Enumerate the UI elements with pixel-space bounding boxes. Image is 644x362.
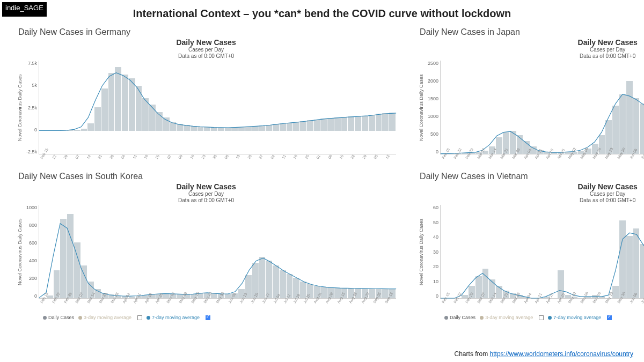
chart-legend: Daily Cases3-day moving average7-day mov… xyxy=(43,315,396,320)
chart-subtitle: Cases per Day xyxy=(418,47,644,53)
y-axis-label: Novel Coronavirus Daily Cases xyxy=(16,61,24,154)
plot xyxy=(39,61,396,154)
country-heading: Daily New Cases in Japan xyxy=(420,27,644,37)
chart-cell-south-korea: Daily New Cases in South KoreaDaily New … xyxy=(16,172,396,320)
plot xyxy=(440,61,644,154)
line-7day-avg xyxy=(39,61,396,154)
source-link[interactable]: https://www.worldometers.info/coronaviru… xyxy=(490,350,633,358)
chart-plot-area: Novel Coronavirus Daily Cases60504030201… xyxy=(418,205,644,299)
chart-subtitle: Data as of 0:00 GMT+0 xyxy=(16,197,396,204)
legend-3day: 3-day moving average xyxy=(480,315,533,320)
y-ticks: 6050403020100 xyxy=(425,205,440,299)
y-axis-label: Novel Coronavirus Daily Cases xyxy=(16,205,24,299)
chart-title: Daily New Cases xyxy=(16,182,396,191)
country-heading: Daily New Cases in Vietnam xyxy=(420,172,644,181)
line-7day-avg xyxy=(441,61,644,154)
y-ticks: 7.5k5k2.5k0-2.5k xyxy=(24,61,39,154)
x-ticks: Feb 15Feb 22Feb 29Mar 07Mar 14Mar 21Mar … xyxy=(441,299,644,314)
line-7day-avg xyxy=(39,205,396,298)
chart-subtitle: Data as of 0:00 GMT+0 xyxy=(418,53,644,60)
country-heading: Daily New Cases in Germany xyxy=(18,27,396,37)
x-ticks: Feb 152229071421280411182502091623300613… xyxy=(40,154,396,169)
page-title: International Context – you *can* bend t… xyxy=(0,8,644,20)
chart-subtitle: Cases per Day xyxy=(16,47,396,53)
checkbox-3day[interactable] xyxy=(137,315,142,320)
legend-3day: 3-day moving average xyxy=(78,315,131,320)
y-axis-label: Novel Coronavirus Daily Cases xyxy=(418,205,425,299)
chart-legend: Daily Cases3-day moving average7-day mov… xyxy=(444,315,644,320)
chart-subtitle: Data as of 0:00 GMT+0 xyxy=(418,197,644,204)
checkbox-3day[interactable] xyxy=(539,315,544,320)
source-attribution: Charts from https://www.worldometers.inf… xyxy=(455,350,633,358)
legend-daily: Daily Cases xyxy=(43,315,74,320)
y-ticks: 10008006004002000 xyxy=(24,205,39,299)
y-axis-label: Novel Coronavirus Daily Cases xyxy=(418,61,425,154)
checkbox-7day[interactable] xyxy=(206,315,210,320)
chart-cell-germany: Daily New Cases in GermanyDaily New Case… xyxy=(16,27,396,169)
chart-title: Daily New Cases xyxy=(418,182,644,191)
chart-cell-vietnam: Daily New Cases in VietnamDaily New Case… xyxy=(418,172,644,320)
plot xyxy=(39,205,396,299)
line-7day-avg xyxy=(441,205,644,298)
x-ticks: Feb 15Feb 22Feb 29Mar 07Mar 14Mar 21Mar … xyxy=(441,154,644,169)
y-ticks: 25002000150010005000 xyxy=(425,61,440,154)
chart-subtitle: Cases per Day xyxy=(418,191,644,197)
chart-grid: Daily New Cases in GermanyDaily New Case… xyxy=(0,20,644,320)
chart-plot-area: Novel Coronavirus Daily Cases7.5k5k2.5k0… xyxy=(16,61,396,154)
chart-subtitle: Cases per Day xyxy=(16,191,396,197)
chart-plot-area: Novel Coronavirus Daily Cases25002000150… xyxy=(418,61,644,154)
x-ticks: Feb 15Feb 22Feb 29Mar 07Mar 14Mar 21Mar … xyxy=(40,299,396,314)
checkbox-7day[interactable] xyxy=(607,315,612,320)
chart-subtitle: Data as of 0:00 GMT+0 xyxy=(16,53,396,60)
chart-cell-japan: Daily New Cases in JapanDaily New CasesC… xyxy=(418,27,644,169)
country-heading: Daily New Cases in South Korea xyxy=(18,172,396,181)
legend-7day: 7-day moving average xyxy=(548,315,601,320)
logo: indie_SAGE xyxy=(2,2,47,17)
legend-7day: 7-day moving average xyxy=(147,315,200,320)
legend-daily: Daily Cases xyxy=(444,315,475,320)
chart-title: Daily New Cases xyxy=(16,38,396,47)
chart-plot-area: Novel Coronavirus Daily Cases10008006004… xyxy=(16,205,396,299)
chart-title: Daily New Cases xyxy=(418,38,644,47)
plot xyxy=(440,205,644,299)
